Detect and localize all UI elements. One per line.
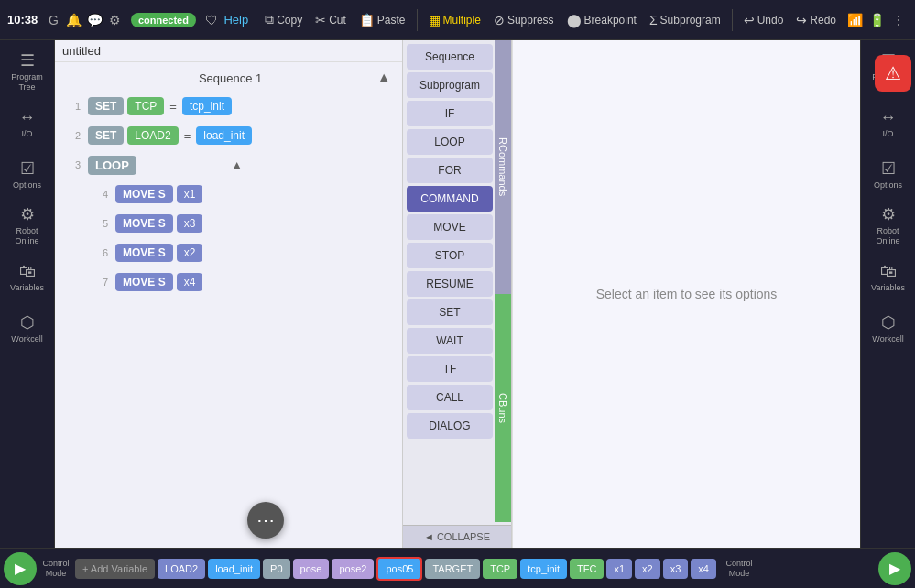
rcommands-tab[interactable]: RCommands bbox=[495, 40, 511, 294]
variables-right-icon: 🛍 bbox=[880, 262, 897, 281]
bottom-tag-pos05[interactable]: pos05 bbox=[376, 557, 422, 581]
suppress-button[interactable]: ⊘ Suppress bbox=[488, 9, 560, 31]
cut-button[interactable]: ✂ Cut bbox=[310, 9, 352, 31]
eq-sign2: = bbox=[182, 129, 193, 143]
bottom-tag-target[interactable]: TARGET bbox=[425, 559, 480, 579]
bottom-tag-tcp-init[interactable]: tcp_init bbox=[520, 559, 567, 579]
table-row[interactable]: 1 SET TCP = tcp_init bbox=[59, 92, 398, 121]
menu-dots-icon[interactable]: ⋮ bbox=[889, 11, 908, 29]
cmd-btn-wait[interactable]: WAIT bbox=[407, 328, 493, 354]
workcell-icon: ⬡ bbox=[20, 312, 35, 332]
undo-button[interactable]: ↩ Undo bbox=[738, 9, 790, 31]
cmd-btn-sequence[interactable]: Sequence bbox=[407, 44, 493, 70]
sidebar-label-program-tree: ProgramTree bbox=[11, 72, 43, 93]
cmd-btn-loop[interactable]: LOOP bbox=[407, 129, 493, 155]
program-tree-icon: ☰ bbox=[20, 50, 35, 71]
breakpoint-label: Breakpoint bbox=[584, 14, 637, 27]
bottom-tag-x3[interactable]: x3 bbox=[663, 559, 689, 579]
topbar-right: 📶 🔋 ⋮ bbox=[845, 11, 908, 29]
paste-label: Paste bbox=[377, 14, 406, 27]
breakpoint-button[interactable]: ⬤ Breakpoint bbox=[561, 9, 642, 31]
add-variable-button[interactable]: + Add Variable bbox=[75, 559, 155, 579]
table-row[interactable]: 5 MOVE S x3 bbox=[86, 209, 398, 238]
table-row[interactable]: 4 MOVE S x1 bbox=[86, 180, 398, 209]
table-row[interactable]: 6 MOVE S x2 bbox=[86, 238, 398, 267]
sidebar-item-variables[interactable]: 🛍 Variables bbox=[4, 253, 51, 300]
notification-icon: 🔔 bbox=[66, 11, 82, 29]
program-area: untitled Sequence 1 ▲ 1 SET TCP = tcp_in… bbox=[55, 40, 402, 548]
time-display: 10:38 bbox=[7, 13, 38, 27]
table-row[interactable]: 7 MOVE S x4 bbox=[86, 267, 398, 297]
redo-button[interactable]: ↪ Redo bbox=[790, 9, 842, 31]
sidebar-item-variables-right[interactable]: 🛍 Variables bbox=[865, 253, 912, 300]
play-button-left[interactable]: ▶ bbox=[4, 552, 37, 585]
sidebar-item-robot-online-right[interactable]: ⚙ RobotOnline bbox=[865, 201, 912, 249]
control-mode-left-label: ControlMode bbox=[42, 559, 69, 579]
main-layout: ☰ ProgramTree ↔ I/O ☑ Options ⚙ RobotOnl… bbox=[0, 40, 915, 548]
bottom-tag-x1[interactable]: x1 bbox=[606, 559, 632, 579]
breakpoint-icon: ⬤ bbox=[567, 13, 582, 27]
sidebar-item-options-right[interactable]: ☑ Options bbox=[865, 150, 912, 198]
bottom-tag-tcp[interactable]: TCP bbox=[483, 559, 517, 579]
bottom-tag-x2[interactable]: x2 bbox=[635, 559, 660, 579]
bottom-tag-load2[interactable]: LOAD2 bbox=[158, 559, 205, 579]
cmd-btn-command[interactable]: COMMAND bbox=[407, 186, 493, 212]
sidebar-item-workcell-right[interactable]: ⬡ Workcell bbox=[865, 304, 912, 352]
bottom-tag-pose2[interactable]: pose2 bbox=[332, 559, 374, 579]
sidebar-item-options[interactable]: ☑ Options bbox=[4, 150, 51, 198]
copy-button[interactable]: ⧉ Copy bbox=[259, 8, 308, 31]
io-right-icon: ↔ bbox=[880, 108, 897, 127]
table-row[interactable]: 3 LOOP ▲ bbox=[59, 150, 398, 180]
suppress-icon: ⊘ bbox=[494, 13, 505, 27]
sidebar-item-io-right[interactable]: ↔ I/O bbox=[865, 99, 912, 147]
copy-icon: ⧉ bbox=[265, 12, 274, 27]
cmd-move: MOVE S bbox=[115, 185, 173, 203]
cmd-btn-resume[interactable]: RESUME bbox=[407, 271, 493, 297]
sidebar-item-io[interactable]: ↔ I/O bbox=[4, 99, 51, 147]
var-tcp: TCP bbox=[127, 97, 164, 115]
play-button-right[interactable]: ▶ bbox=[878, 552, 911, 585]
sidebar-label-options-right: Options bbox=[874, 180, 902, 190]
cmd-btn-if[interactable]: IF bbox=[407, 101, 493, 126]
cmd-set: SET bbox=[88, 97, 124, 115]
subprogram-label: Subprogram bbox=[660, 14, 721, 27]
row-number: 4 bbox=[90, 189, 108, 200]
row-content: MOVE S x4 bbox=[115, 273, 202, 291]
cmd-btn-for[interactable]: FOR bbox=[407, 158, 493, 183]
cmd-btn-stop[interactable]: STOP bbox=[407, 243, 493, 268]
subprogram-button[interactable]: Σ Subprogram bbox=[644, 9, 726, 31]
cmd-btn-call[interactable]: CALL bbox=[407, 385, 493, 410]
paste-button[interactable]: 📋 Paste bbox=[354, 9, 411, 31]
top-bar: 10:38 G 🔔 💬 ⚙ connected 🛡 Help ⧉ Copy ✂ … bbox=[0, 0, 915, 40]
sidebar-item-robot-online[interactable]: ⚙ RobotOnline bbox=[4, 201, 51, 249]
bottom-tag-p0[interactable]: P0 bbox=[263, 559, 289, 579]
sidebar-item-workcell[interactable]: ⬡ Workcell bbox=[4, 304, 51, 352]
bottom-tag-tfc[interactable]: TFC bbox=[570, 559, 604, 579]
bottom-tag-load-init[interactable]: load_init bbox=[208, 559, 260, 579]
fab-menu-button[interactable]: ⋯ bbox=[247, 502, 284, 539]
cmd-btn-dialog[interactable]: DIALOG bbox=[407, 413, 493, 439]
row-content: SET TCP = tcp_init bbox=[88, 97, 232, 115]
sidebar-label-variables: Variables bbox=[10, 283, 44, 292]
sequence-collapse-btn[interactable]: ▲ bbox=[376, 70, 391, 86]
sequence-title: Sequence 1 bbox=[84, 71, 376, 85]
var-x3: x3 bbox=[177, 214, 203, 233]
cbuns-tab[interactable]: CBuns bbox=[495, 294, 511, 522]
cmd-move4: MOVE S bbox=[115, 273, 173, 291]
collapse-panel-button[interactable]: ◄ COLLAPSE bbox=[403, 525, 511, 548]
sidebar-label-options: Options bbox=[13, 180, 41, 190]
sidebar-item-program-tree[interactable]: ☰ ProgramTree bbox=[4, 48, 51, 95]
cmd-btn-set[interactable]: SET bbox=[407, 299, 493, 325]
wifi-icon: 📶 bbox=[845, 11, 864, 29]
cmd-btn-move[interactable]: MOVE bbox=[407, 214, 493, 240]
program-header: untitled bbox=[55, 40, 402, 62]
bottom-tag-pose[interactable]: pose bbox=[293, 559, 330, 579]
multiple-button[interactable]: ▦ Multiple bbox=[423, 9, 486, 31]
bottom-tag-x4[interactable]: x4 bbox=[691, 559, 716, 579]
cmd-btn-tf[interactable]: TF bbox=[407, 356, 493, 382]
table-row[interactable]: 2 SET LOAD2 = load_init bbox=[59, 121, 398, 150]
chat-icon: 💬 bbox=[86, 11, 103, 29]
cmd-btn-subprogram[interactable]: Subprogram bbox=[407, 72, 493, 98]
help-button[interactable]: Help bbox=[223, 13, 248, 27]
loop-collapse-btn[interactable]: ▲ bbox=[232, 158, 243, 171]
